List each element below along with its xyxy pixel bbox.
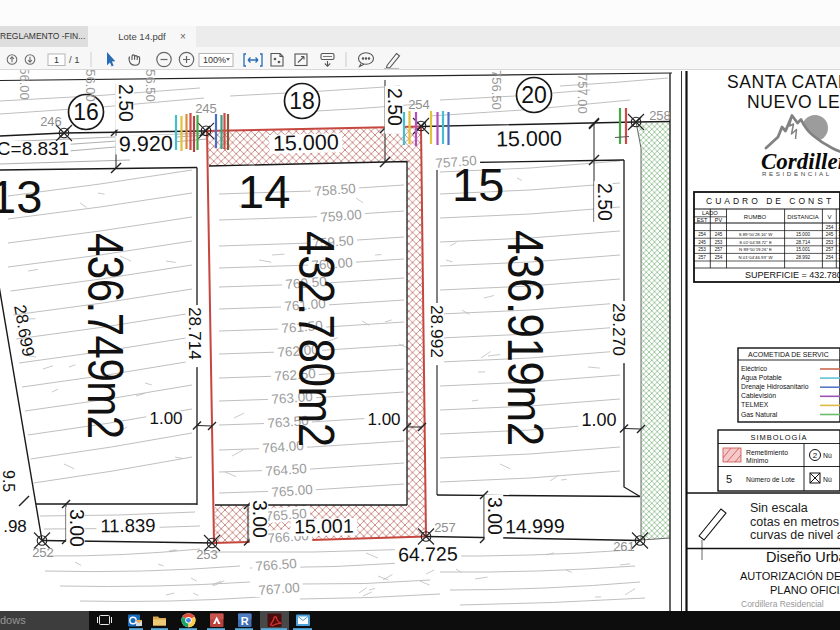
svg-text:3.00: 3.00 [249,500,271,538]
svg-text:64.725: 64.725 [398,542,458,565]
svg-text:15.000: 15.000 [273,130,339,156]
svg-text:766.50: 766.50 [255,556,297,574]
svg-text:SANTA CATAR: SANTA CATAR [727,72,840,92]
svg-text:Nú: Nú [823,476,832,483]
svg-text:5: 5 [726,473,732,485]
svg-text:257: 257 [715,247,723,252]
svg-text:RESIDENCIAL: RESIDENCIAL [762,170,832,177]
svg-text:RUMBO: RUMBO [744,214,767,220]
svg-text:Agua Potable: Agua Potable [741,374,782,382]
svg-text:curvas de nivel a: curvas de nivel a [750,528,840,542]
svg-text:436.749m2: 436.749m2 [77,233,133,439]
svg-text:765.00: 765.00 [271,482,313,500]
svg-text:S 01°04’38.72” E: S 01°04’38.72” E [739,240,772,245]
svg-text:257: 257 [826,247,834,252]
svg-text:764.50: 764.50 [265,461,307,479]
svg-text:Gas Natural: Gas Natural [741,411,778,418]
svg-text:9.5: 9.5 [0,470,17,492]
svg-text:/ 1: / 1 [69,54,80,65]
svg-text:757.00: 757.00 [575,74,590,114]
svg-text:Eléctrico: Eléctrico [741,365,767,372]
svg-text:2: 2 [813,451,818,460]
svg-text:28.992: 28.992 [427,305,447,358]
svg-text:1.00: 1.00 [581,410,616,430]
svg-text:759.00: 759.00 [320,207,362,225]
svg-text:29.270: 29.270 [609,303,629,356]
svg-text:NUEVO LEÓN: NUEVO LEÓN [747,91,840,112]
svg-text:1.00: 1.00 [149,409,182,428]
svg-text:2.50: 2.50 [594,183,616,221]
svg-text:245: 245 [826,232,834,237]
svg-text:15.000: 15.000 [496,126,562,151]
svg-text:.98: .98 [3,517,27,536]
svg-text:ACOMETIDA DE SERVIC: ACOMETIDA DE SERVIC [748,351,829,358]
svg-text:PLANO OFICIAL: PLANO OFICIAL [770,584,840,596]
svg-text:2.50: 2.50 [115,84,137,122]
svg-text:15.001: 15.001 [796,247,810,252]
svg-text:15.000: 15.000 [796,232,810,237]
svg-text:254: 254 [715,255,723,260]
svg-text:100%: 100% [203,55,226,65]
svg-text:245: 245 [715,232,723,237]
svg-text:1: 1 [54,55,59,65]
svg-text:253: 253 [826,240,834,245]
svg-text:3.00: 3.00 [66,509,88,547]
svg-text:C=8.831: C=8.831 [0,138,69,159]
svg-text:SIMBOLOGÍA: SIMBOLOGÍA [750,433,807,442]
svg-text:Remetimiento: Remetimiento [746,449,788,456]
svg-text:Drenaje Hidrosanitario: Drenaje Hidrosanitario [741,383,809,391]
svg-text:3.00: 3.00 [484,497,506,535]
svg-text:R: R [241,615,249,627]
svg-text:Número de Lote: Número de Lote [746,476,795,483]
svg-text:cotas en metros: cotas en metros [750,515,839,529]
svg-text:28.699: 28.699 [10,303,38,358]
svg-text:Mínimo: Mínimo [746,457,769,464]
svg-text:EST: EST [697,217,708,223]
svg-text:28.714: 28.714 [185,307,205,360]
svg-text:PV: PV [715,217,723,223]
svg-text:261: 261 [613,539,635,554]
svg-text:Nú: Nú [823,452,832,459]
svg-text:254: 254 [698,232,706,237]
svg-text:436.919m2: 436.919m2 [497,230,554,446]
svg-text:252: 252 [32,545,54,560]
svg-text:254: 254 [408,97,430,112]
svg-text:V: V [827,214,831,220]
svg-text:758.50: 758.50 [314,181,356,199]
svg-text:767.00: 767.00 [258,580,300,598]
svg-text:Cordillera Residencial: Cordillera Residencial [741,599,824,609]
svg-text:AUTORIZACIÓN DE V: AUTORIZACIÓN DE V [740,570,840,582]
svg-text:DISTANCIA: DISTANCIA [787,214,819,220]
svg-text:S 89°50’28.16” W: S 89°50’28.16” W [739,232,774,237]
svg-text:253: 253 [715,240,723,245]
svg-text:15: 15 [452,158,504,211]
svg-text:254: 254 [826,255,834,260]
svg-text:TELMEX: TELMEX [741,401,769,408]
svg-text:9.920: 9.920 [119,132,173,157]
svg-text:16: 16 [73,99,99,125]
svg-text:11.839: 11.839 [100,515,155,536]
svg-text:Diseño Urban: Diseño Urban [766,549,840,565]
svg-text:14.999: 14.999 [505,514,565,537]
svg-text:245: 245 [195,101,217,116]
svg-text:N 01°04’46.93” W: N 01°04’46.93” W [739,255,774,260]
svg-text:258: 258 [649,108,671,123]
svg-text:257: 257 [698,255,706,260]
svg-text:CUADRO DE CONST: CUADRO DE CONST [706,196,834,206]
svg-text:432.780m2: 432.780m2 [288,231,345,447]
svg-text:756.50: 756.50 [489,70,504,110]
svg-text:246: 246 [40,114,62,129]
svg-text:SUPERFICIE = 432.780: SUPERFICIE = 432.780 [745,270,840,280]
svg-text:20: 20 [521,82,547,108]
svg-text:Sin escala: Sin escala [750,501,808,515]
svg-text:Cablevisión: Cablevisión [741,392,776,399]
svg-text:245: 245 [698,240,706,245]
svg-text:28.992: 28.992 [796,255,810,260]
svg-text:13: 13 [0,170,42,223]
svg-text:257: 257 [434,520,456,535]
svg-text:254: 254 [826,225,834,230]
svg-text:1.00: 1.00 [367,410,400,429]
svg-text:253: 253 [698,247,706,252]
svg-text:18: 18 [289,88,315,114]
svg-text:15.001: 15.001 [294,514,354,537]
